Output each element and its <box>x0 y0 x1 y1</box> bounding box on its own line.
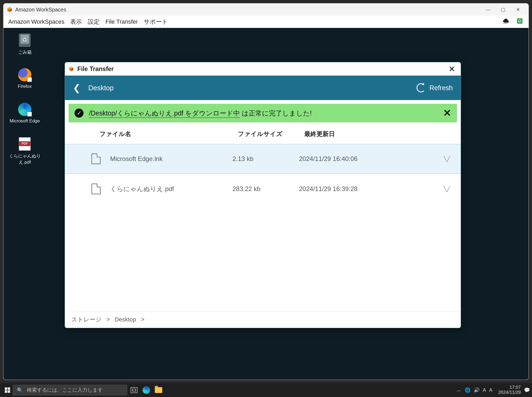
workspaces-window: Amazon WorkSpaces — ▢ ✕ Amazon WorkSpace… <box>3 3 529 380</box>
desktop-icon-firefox[interactable]: Firefox <box>9 67 41 89</box>
menu-item-file-transfer[interactable]: File Transfer <box>105 18 138 25</box>
taskbar-app-edge[interactable] <box>141 385 152 395</box>
breadcrumb-separator: > <box>141 316 144 323</box>
desktop-icon-label: Microsoft Edge <box>9 118 41 124</box>
file-row[interactable]: くらにゃんぬりえ.pdf 283.22 kb 2024/11/29 16:39:… <box>65 174 461 204</box>
task-view-icon <box>131 387 138 393</box>
windows-icon <box>5 387 10 393</box>
maximize-button[interactable]: ▢ <box>496 3 510 16</box>
system-tray[interactable]: ︿ 🌐 🔊 A A 17:07 2024/11/29 💬 <box>457 385 530 395</box>
column-size[interactable]: ファイルサイズ <box>238 130 304 138</box>
file-icon <box>92 184 101 194</box>
current-location: Desktop <box>88 84 114 92</box>
pdf-file-icon <box>17 137 32 151</box>
file-transfer-header: ❮ Desktop Refresh <box>65 76 461 100</box>
edge-icon <box>143 386 150 394</box>
notifications-icon[interactable]: 💬 <box>524 387 530 393</box>
desktop-icon-pdf[interactable]: くらにゃんぬりえ.pdf <box>6 137 43 165</box>
refresh-icon <box>417 83 426 92</box>
refresh-status-icon[interactable] <box>516 18 524 26</box>
remote-desktop[interactable]: ごみ箱 Firefox Microsoft Edge くらにゃんぬりえ.pdf … <box>3 28 529 380</box>
file-icon <box>92 154 101 164</box>
edge-icon <box>17 102 32 117</box>
breadcrumb-current[interactable]: Desktop <box>115 316 136 323</box>
breadcrumb-separator: > <box>106 316 110 323</box>
taskbar-app-explorer[interactable] <box>153 385 164 395</box>
desktop-icon-recycle-bin[interactable]: ごみ箱 <box>9 33 41 55</box>
file-name: くらにゃんぬりえ.pdf <box>110 185 232 193</box>
recycle-bin-icon <box>17 33 32 48</box>
desktop-icon-label: ごみ箱 <box>9 49 41 55</box>
refresh-label: Refresh <box>429 84 453 92</box>
workspaces-icon <box>7 7 13 13</box>
workspaces-icon <box>69 66 74 72</box>
file-name: Microsoft Edge.lnk <box>110 155 232 163</box>
firefox-icon <box>17 67 32 82</box>
menu-item-view[interactable]: 表示 <box>70 18 82 26</box>
success-check-icon: ✓ <box>74 109 84 118</box>
file-transfer-dialog: File Transfer ✕ ❮ Desktop Refresh ✓ /Des… <box>65 62 461 328</box>
menu-item-support[interactable]: サポート <box>144 18 168 26</box>
workspaces-menubar: Amazon WorkSpaces 表示 設定 File Transfer サポ… <box>3 16 529 28</box>
ime-indicator[interactable]: A <box>483 387 486 393</box>
file-row[interactable]: Microsoft Edge.lnk 2.13 kb 2024/11/29 16… <box>65 144 461 174</box>
cloud-status-icon[interactable] <box>502 18 510 26</box>
status-text: は正常に完了しました! <box>240 109 312 117</box>
file-transfer-titlebar[interactable]: File Transfer ✕ <box>65 62 461 76</box>
tray-chevron-icon[interactable]: ︿ <box>457 387 462 393</box>
file-table-header: ファイル名 ファイルサイズ 最終更新日 <box>65 122 461 144</box>
clock-date: 2024/11/29 <box>498 390 521 395</box>
svg-rect-0 <box>517 18 522 24</box>
status-message: /Desktop/くらにゃんぬりえ.pdf をダウンロード中 は正常に完了しまし… <box>89 109 443 118</box>
file-date: 2024/11/29 16:39:28 <box>299 185 444 193</box>
network-icon[interactable]: 🌐 <box>465 387 471 393</box>
back-button[interactable]: ❮ <box>73 82 80 93</box>
folder-icon <box>155 387 162 393</box>
volume-icon[interactable]: 🔊 <box>474 387 480 393</box>
search-placeholder: 検索するには、ここに入力します <box>27 387 103 394</box>
desktop-icon-label: くらにゃんぬりえ.pdf <box>6 153 43 165</box>
column-name[interactable]: ファイル名 <box>99 130 238 138</box>
close-button[interactable]: ✕ <box>510 3 525 16</box>
dismiss-banner-button[interactable]: ✕ <box>443 107 451 119</box>
breadcrumb: ストレージ > Desktop > <box>65 311 461 328</box>
workspaces-titlebar[interactable]: Amazon WorkSpaces — ▢ ✕ <box>3 3 529 16</box>
clock-time: 17:07 <box>498 385 521 390</box>
start-button[interactable] <box>2 385 13 395</box>
refresh-button[interactable]: Refresh <box>417 83 453 92</box>
expand-row-button[interactable]: ╲╱ <box>444 156 450 162</box>
close-dialog-button[interactable]: ✕ <box>446 65 457 73</box>
menu-item-app[interactable]: Amazon WorkSpaces <box>8 18 64 25</box>
status-path: /Desktop/くらにゃんぬりえ.pdf をダウンロード中 <box>89 109 240 118</box>
expand-row-button[interactable]: ╲╱ <box>444 186 450 192</box>
window-title: Amazon WorkSpaces <box>15 7 66 13</box>
taskbar-search[interactable]: 🔍 検索するには、ここに入力します <box>13 385 127 395</box>
desktop-icon-label: Firefox <box>9 84 41 89</box>
status-banner: ✓ /Desktop/くらにゃんぬりえ.pdf をダウンロード中 は正常に完了し… <box>69 104 457 122</box>
minimize-button[interactable]: — <box>481 3 496 16</box>
ime-mode-icon[interactable]: A <box>489 387 492 393</box>
file-date: 2024/11/29 16:40:06 <box>299 155 444 163</box>
desktop-icon-edge[interactable]: Microsoft Edge <box>9 102 41 124</box>
dialog-title: File Transfer <box>77 65 114 73</box>
search-icon: 🔍 <box>17 387 23 393</box>
column-date[interactable]: 最終更新日 <box>304 130 450 138</box>
file-size: 2.13 kb <box>232 155 299 163</box>
task-view-button[interactable] <box>129 385 139 395</box>
taskbar-clock[interactable]: 17:07 2024/11/29 <box>498 385 521 395</box>
taskbar: 🔍 検索するには、ここに入力します ︿ 🌐 🔊 A A 17:07 2024/1… <box>0 383 532 397</box>
breadcrumb-root[interactable]: ストレージ <box>71 316 102 323</box>
file-size: 283.22 kb <box>232 185 299 193</box>
menu-item-settings[interactable]: 設定 <box>88 18 99 26</box>
